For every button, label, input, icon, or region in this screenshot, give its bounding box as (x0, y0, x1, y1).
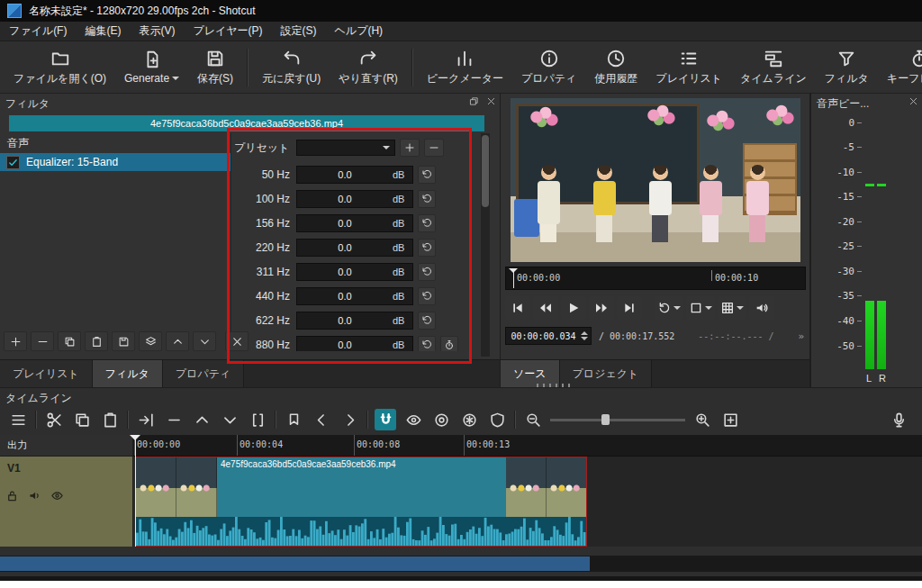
tab-filters[interactable]: フィルタ (93, 360, 163, 387)
properties-button[interactable]: プロパティ (513, 45, 584, 90)
lift-button[interactable] (191, 409, 212, 430)
timeline-button[interactable]: タイムライン (732, 45, 815, 90)
filters-button[interactable]: フィルタ (817, 45, 877, 90)
band-gain-input[interactable]: 0.0dB (296, 190, 413, 208)
menu-help[interactable]: ヘルプ(H) (326, 21, 393, 41)
track-hide-toggle[interactable] (50, 489, 64, 502)
band-gain-input[interactable]: 0.0dB (296, 263, 413, 281)
rewind-button[interactable] (533, 296, 558, 320)
menu-settings[interactable]: 設定(S) (272, 21, 326, 41)
copy-filters-button[interactable] (58, 331, 81, 351)
timeline-clip[interactable]: 4e75f9caca36bd5c0a9cae3aa59ceb36.mp4 (135, 457, 587, 547)
band-reset-button[interactable] (418, 214, 436, 232)
save-filter-set-button[interactable] (112, 331, 135, 351)
record-audio-button[interactable] (888, 409, 909, 430)
split-button[interactable] (247, 409, 268, 430)
timeline-menu-button[interactable] (7, 409, 29, 430)
equalizer-scrollbar[interactable] (481, 133, 490, 357)
cut-button[interactable] (43, 409, 65, 430)
playlist-button[interactable]: プレイリスト (647, 45, 730, 90)
redo-button[interactable]: やり直す(R) (330, 45, 406, 90)
close-panel-icon[interactable] (908, 96, 918, 106)
zoom-fit-button[interactable] (719, 409, 741, 430)
move-filter-down-button[interactable] (193, 331, 216, 351)
band-reset-button[interactable] (418, 312, 436, 330)
snap-toggle-button[interactable] (375, 409, 396, 430)
spin-arrows[interactable] (581, 331, 591, 340)
band-gain-input[interactable]: 0.0dB (296, 166, 413, 184)
track-mute-toggle[interactable] (28, 489, 41, 502)
tab-project[interactable]: プロジェクト (560, 360, 653, 387)
add-filter-button[interactable] (4, 331, 27, 351)
band-reset-button[interactable] (418, 336, 436, 351)
scrub-while-dragging-button[interactable] (402, 409, 424, 430)
volume-button[interactable] (749, 296, 774, 320)
toolbar-overflow-chevron[interactable]: » (798, 330, 804, 342)
zoom-slider[interactable] (550, 413, 685, 426)
menu-file[interactable]: ファイル(F) (0, 21, 76, 41)
dock-splitter-handle[interactable] (537, 384, 573, 387)
menu-player[interactable]: プレイヤー(P) (184, 21, 271, 41)
ripple-markers-button[interactable] (486, 409, 508, 430)
peak-meter-button[interactable]: ピークメーター (419, 45, 511, 90)
band-keyframe-button[interactable] (440, 336, 458, 351)
band-gain-input[interactable]: 0.0dB (296, 287, 413, 305)
scrollbar-thumb[interactable] (482, 135, 489, 207)
track-lock-toggle[interactable] (5, 489, 19, 502)
timeline-copy-button[interactable] (71, 409, 93, 430)
band-gain-input[interactable]: 0.0dB (296, 312, 413, 330)
timeline-paste-button[interactable] (99, 409, 121, 430)
deselect-filter-button[interactable] (225, 331, 249, 351)
player-zoom-button[interactable] (686, 296, 715, 320)
player-scrubber[interactable]: 00:00:00 00:00:10 (505, 267, 806, 290)
band-gain-input[interactable]: 0.0dB (296, 214, 413, 232)
band-reset-button[interactable] (418, 166, 436, 184)
preset-remove-button[interactable] (424, 139, 444, 157)
remove-filter-button[interactable] (31, 331, 54, 351)
track-lane-empty[interactable] (587, 457, 922, 547)
video-preview[interactable] (511, 98, 800, 262)
float-panel-icon[interactable] (469, 96, 479, 106)
loop-button[interactable] (655, 296, 683, 320)
band-reset-button[interactable] (418, 287, 436, 305)
skip-end-button[interactable] (617, 296, 642, 320)
track-head-v1[interactable]: V1 (0, 457, 133, 547)
fast-forward-button[interactable] (589, 296, 614, 320)
play-button[interactable] (561, 296, 586, 320)
filter-sets-button[interactable] (139, 331, 162, 351)
ripple-toggle-button[interactable] (430, 409, 452, 430)
generate-button[interactable]: Generate (116, 46, 187, 88)
band-reset-button[interactable] (418, 239, 436, 257)
marker-button[interactable] (283, 409, 304, 430)
skip-start-button[interactable] (505, 296, 530, 320)
menu-view[interactable]: 表示(V) (130, 21, 184, 41)
append-button[interactable] (135, 409, 157, 430)
ripple-delete-button[interactable] (163, 409, 185, 430)
position-spinbox[interactable]: 00:00:00.034 (505, 327, 592, 345)
grid-button[interactable] (718, 296, 746, 320)
undo-button[interactable]: 元に戻す(U) (254, 45, 329, 90)
open-file-button[interactable]: ファイルを開く(O) (5, 45, 114, 90)
band-gain-input[interactable]: 0.0dB (296, 239, 413, 257)
ripple-all-tracks-button[interactable] (458, 409, 480, 430)
prev-marker-button[interactable] (311, 409, 332, 430)
band-gain-input[interactable]: 0.0dB (296, 336, 413, 351)
band-reset-button[interactable] (418, 263, 436, 281)
keyframes-button[interactable]: キーフレーム (879, 45, 922, 90)
save-button[interactable]: 保存(S) (189, 45, 241, 90)
master-output-button[interactable]: 出力 (0, 435, 133, 457)
zoom-out-button[interactable] (522, 409, 544, 430)
slider-handle[interactable] (601, 414, 610, 425)
zoom-in-button[interactable] (692, 409, 713, 430)
timeline-hscrollbar[interactable] (0, 556, 922, 572)
move-filter-up-button[interactable] (166, 331, 189, 351)
tab-properties[interactable]: プロパティ (163, 360, 244, 387)
band-reset-button[interactable] (418, 190, 436, 208)
timeline-ruler[interactable]: 00:00:00 00:00:04 00:00:08 00:00:13 (133, 435, 922, 457)
tab-playlist[interactable]: プレイリスト (0, 360, 93, 387)
close-panel-icon[interactable] (486, 96, 496, 106)
preset-add-button[interactable] (400, 139, 420, 157)
menu-edit[interactable]: 編集(E) (76, 21, 130, 41)
paste-filters-button[interactable] (85, 331, 108, 351)
preset-combobox[interactable] (296, 140, 395, 156)
